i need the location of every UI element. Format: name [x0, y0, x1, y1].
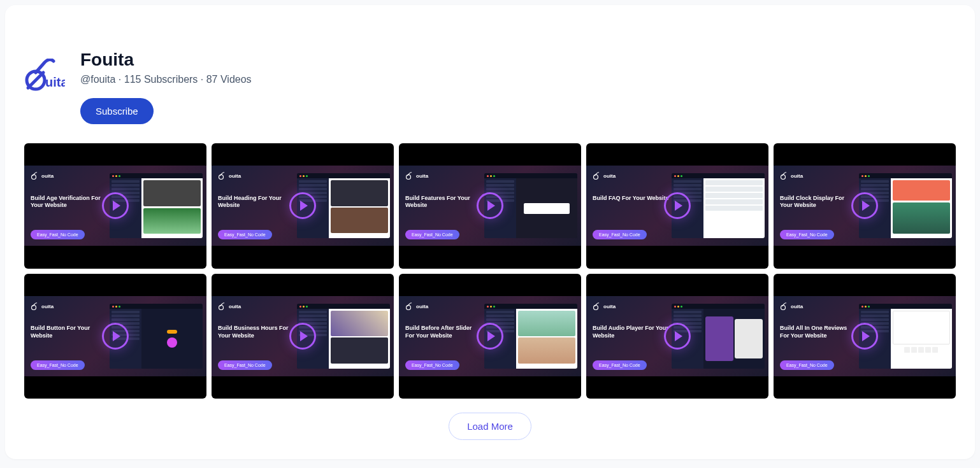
video-title: Build All In One Reviews For Your Websit… — [780, 325, 856, 339]
thumb-brand: ouita — [31, 302, 54, 310]
thumb-logo-icon — [780, 302, 789, 310]
logo-text: uita — [45, 75, 65, 89]
video-card[interactable]: ouita Build Button For Your Website Easy… — [24, 274, 206, 399]
thumb-brand: ouita — [780, 172, 803, 180]
thumb-logo-icon — [31, 302, 40, 310]
video-card[interactable]: ouita Build FAQ For Your Website Easy_Fa… — [586, 143, 768, 269]
svg-point-8 — [219, 306, 224, 310]
channel-video-count: 87 Videos — [206, 74, 252, 85]
video-title: Build Age Verification For Your Website — [31, 195, 107, 209]
thumb-badge: Easy_Fast_No Code — [405, 360, 459, 370]
thumb-brand: ouita — [593, 172, 616, 180]
thumb-logo-icon — [31, 172, 40, 180]
play-icon — [289, 323, 316, 350]
load-more-button[interactable]: Load More — [449, 413, 531, 440]
video-card[interactable]: ouita Build All In One Reviews For Your … — [774, 274, 956, 399]
video-grid: ouita Build Age Verification For Your We… — [24, 143, 956, 399]
play-icon — [477, 323, 503, 350]
thumb-badge: Easy_Fast_No Code — [593, 360, 647, 370]
thumb-brand: ouita — [405, 172, 428, 180]
thumb-badge: Easy_Fast_No Code — [31, 360, 85, 370]
video-title: Build Audio Player For Your Website — [593, 325, 669, 339]
svg-point-11 — [781, 306, 786, 310]
video-card[interactable]: ouita Build Age Verification For Your We… — [24, 143, 206, 269]
video-title: Build Business Hours For Your Website — [218, 325, 294, 339]
video-title: Build Heading For Your Website — [218, 195, 294, 209]
fouita-logo-icon: uita — [24, 59, 65, 94]
video-card[interactable]: ouita Build Features For Your Website Ea… — [399, 143, 581, 269]
svg-point-5 — [594, 175, 598, 180]
play-icon — [851, 192, 878, 219]
subscribe-button[interactable]: Subscribe — [80, 98, 154, 124]
thumb-badge: Easy_Fast_No Code — [31, 230, 85, 239]
load-more-container: Load More — [24, 413, 956, 440]
channel-card: uita Fouita @fouita · 115 Subscribers · … — [5, 5, 975, 459]
video-card[interactable]: ouita Build Before After Slider For Your… — [399, 274, 581, 399]
thumb-badge: Easy_Fast_No Code — [780, 360, 834, 370]
thumb-badge: Easy_Fast_No Code — [218, 230, 272, 239]
svg-point-4 — [407, 175, 411, 180]
thumb-badge: Easy_Fast_No Code — [405, 230, 459, 239]
video-title: Build Button For Your Website — [31, 325, 107, 339]
thumb-brand: ouita — [31, 172, 54, 180]
play-icon — [102, 192, 129, 219]
thumb-logo-icon — [405, 172, 414, 180]
svg-point-10 — [594, 306, 598, 310]
channel-info: Fouita @fouita · 115 Subscribers · 87 Vi… — [80, 50, 252, 124]
video-card[interactable]: ouita Build Heading For Your Website Eas… — [212, 143, 394, 269]
thumb-badge: Easy_Fast_No Code — [593, 230, 647, 239]
thumb-logo-icon — [218, 172, 227, 180]
video-card[interactable]: ouita Build Clock Display For Your Websi… — [774, 143, 956, 269]
play-icon — [664, 323, 691, 350]
channel-subscribers: 115 Subscribers — [124, 74, 198, 85]
channel-logo: uita — [24, 56, 65, 97]
channel-name: Fouita — [80, 50, 252, 70]
thumb-logo-icon — [405, 302, 414, 310]
play-icon — [289, 192, 316, 219]
thumb-brand: ouita — [405, 302, 428, 310]
thumb-badge: Easy_Fast_No Code — [218, 360, 272, 370]
video-title: Build Features For Your Website — [405, 195, 482, 209]
svg-point-9 — [407, 306, 411, 310]
play-icon — [477, 192, 503, 219]
play-icon — [102, 323, 129, 350]
thumb-brand: ouita — [593, 302, 616, 310]
svg-point-6 — [781, 175, 786, 180]
thumb-logo-icon — [218, 302, 227, 310]
thumb-brand: ouita — [780, 302, 803, 310]
video-title: Build FAQ For Your Website — [593, 195, 669, 202]
channel-meta: @fouita · 115 Subscribers · 87 Videos — [80, 74, 252, 85]
thumb-logo-icon — [780, 172, 789, 180]
thumb-badge: Easy_Fast_No Code — [780, 230, 834, 239]
channel-header: uita Fouita @fouita · 115 Subscribers · … — [24, 24, 956, 143]
thumb-logo-icon — [593, 172, 602, 180]
thumb-logo-icon — [593, 302, 602, 310]
svg-point-2 — [32, 175, 36, 180]
svg-point-7 — [32, 306, 36, 310]
play-icon — [664, 192, 691, 219]
video-card[interactable]: ouita Build Audio Player For Your Websit… — [586, 274, 768, 399]
thumb-brand: ouita — [218, 302, 241, 310]
play-icon — [851, 323, 878, 350]
thumb-brand: ouita — [218, 172, 241, 180]
video-card[interactable]: ouita Build Business Hours For Your Webs… — [212, 274, 394, 399]
video-title: Build Clock Display For Your Website — [780, 195, 856, 209]
channel-handle: @fouita — [80, 74, 115, 85]
svg-point-3 — [219, 175, 224, 180]
video-title: Build Before After Slider For Your Websi… — [405, 325, 482, 339]
